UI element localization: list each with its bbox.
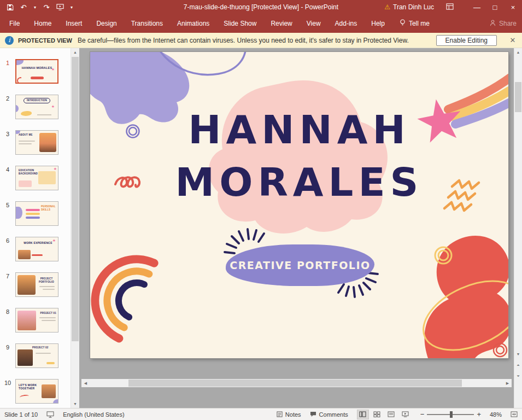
slide-thumbnail-9[interactable]: 9 PROJECT 02 <box>0 343 71 368</box>
scrollbar-thumb[interactable] <box>72 57 79 341</box>
info-icon: i <box>5 36 14 45</box>
protected-view-bar: i PROTECTED VIEW Be careful—files from t… <box>0 33 522 48</box>
titlebar-right: ⚠ Tran Dinh Luc — □ × <box>384 0 522 14</box>
slide-number: 9 <box>0 343 15 368</box>
tab-view[interactable]: View <box>300 14 328 33</box>
slide-thumbnail-6[interactable]: 6 WORK EXPERIENCE★ <box>0 237 71 261</box>
next-slide-icon[interactable]: ⏷ <box>514 372 522 380</box>
notes-label: Notes <box>285 411 301 418</box>
slide-thumbnail-10[interactable]: 10 LET'S WORK TOGETHER <box>0 379 71 404</box>
language-indicator[interactable]: English (United States) <box>63 411 125 418</box>
slide-thumbnail-2[interactable]: 2 INTRODUCTION★ <box>0 95 71 119</box>
enable-editing-button[interactable]: Enable Editing <box>436 35 497 46</box>
share-label: Share <box>499 20 517 27</box>
slide-thumbnail-5[interactable]: 5 PERSONAL SKILLS <box>0 201 71 226</box>
slide-thumbnail-panel: 1 HANNAH MORALES★ 2 INTRODUCTION★ 3 ABOU… <box>0 48 79 408</box>
scrollbar-thumb[interactable] <box>128 380 462 387</box>
slide-thumbnail-3[interactable]: 3 ABOUT ME <box>0 130 71 155</box>
slide-number: 8 <box>0 308 15 332</box>
reading-view-button[interactable] <box>385 410 397 419</box>
accessibility-icon[interactable] <box>46 411 54 418</box>
start-slideshow-icon[interactable] <box>56 3 64 11</box>
slide-sorter-view-button[interactable] <box>371 410 383 419</box>
thumbnail-title: PROJECT 02 <box>32 346 49 349</box>
scroll-down-icon[interactable]: ▼ <box>514 350 522 358</box>
zoom-level[interactable]: 48% <box>490 411 502 418</box>
scroll-right-icon[interactable]: ▶ <box>503 379 512 387</box>
slide-number: 4 <box>0 166 15 190</box>
person-icon <box>490 20 496 28</box>
tab-insert[interactable]: Insert <box>58 14 89 33</box>
maximize-button[interactable]: □ <box>486 0 504 14</box>
horizontal-scrollbar[interactable]: ◀ ▶ <box>81 379 512 387</box>
status-left: Slide 1 of 10 English (United States) <box>0 411 125 418</box>
minimize-button[interactable]: — <box>468 0 486 14</box>
zoom-controls: − + <box>420 410 481 418</box>
thumbnail-title: PROJECT PORTFOLIO <box>36 277 57 283</box>
slide-editing-area: HANNAH MORALES CREATIVE PORTFOLIO ◀ ▶ <box>79 48 514 408</box>
dismiss-bar-icon[interactable]: ✕ <box>507 33 519 48</box>
comments-button[interactable]: Comments <box>310 411 348 418</box>
tab-design[interactable]: Design <box>89 14 124 33</box>
zoom-slider-handle[interactable] <box>450 411 453 418</box>
ribbon-display-options-icon[interactable] <box>446 3 454 11</box>
save-icon[interactable] <box>5 3 14 11</box>
ribbon-tab-bar: File Home Insert Design Transitions Anim… <box>0 14 522 33</box>
notes-button[interactable]: Notes <box>277 411 301 418</box>
slide-thumbnail-1[interactable]: 1 HANNAH MORALES★ <box>0 59 71 84</box>
tab-animations[interactable]: Animations <box>170 14 216 33</box>
slide-title-line1: HANNAH <box>90 110 508 149</box>
share-button[interactable]: Share <box>490 20 517 28</box>
redo-icon[interactable]: ↷ <box>42 3 51 11</box>
undo-icon[interactable]: ↶ <box>19 3 28 11</box>
account-name[interactable]: Tran Dinh Luc <box>393 3 434 11</box>
vertical-scrollbar[interactable]: ▲ ▼ ⏶ ⏷ <box>514 48 522 408</box>
scroll-left-icon[interactable]: ◀ <box>81 379 90 387</box>
thumbnail-title: LET'S WORK TOGETHER <box>19 383 40 390</box>
normal-view-button[interactable] <box>357 410 369 419</box>
protected-view-label: PROTECTED VIEW <box>18 37 72 44</box>
slide-decorations <box>90 52 508 358</box>
slide-number: 1 <box>0 59 15 84</box>
slide-number: 5 <box>0 201 15 226</box>
slide-title-line2: MORALES <box>90 162 508 202</box>
warning-icon: ⚠ <box>384 3 390 11</box>
thumbnail-title: WORK EXPERIENCE <box>24 241 52 244</box>
slide-thumbnail-4[interactable]: 4 EDUCATION BACKGROUND★ <box>0 166 71 190</box>
title-bar: ↶ ▾ ↷ ▾ 7-mau-slide-de-thuong [Protected… <box>0 0 522 14</box>
previous-slide-icon[interactable]: ⏶ <box>514 361 522 369</box>
thumbnail-scrollbar[interactable]: ▲ ▼ <box>71 48 79 408</box>
tab-transitions[interactable]: Transitions <box>124 14 170 33</box>
tell-me-box[interactable]: Tell me <box>400 19 430 28</box>
tab-home[interactable]: Home <box>27 14 58 33</box>
tab-file[interactable]: File <box>2 14 27 33</box>
slide-thumbnail-8[interactable]: 8 PROJECT 01 <box>0 308 71 332</box>
slide-indicator: Slide 1 of 10 <box>4 411 38 418</box>
slideshow-view-button[interactable] <box>400 410 412 419</box>
slide-number: 3 <box>0 130 15 155</box>
tell-me-label: Tell me <box>409 20 430 27</box>
scroll-down-icon[interactable]: ▼ <box>71 400 79 408</box>
scrollbar-thumb[interactable] <box>515 82 521 112</box>
protected-view-message: Be careful—files from the Internet can c… <box>78 37 409 44</box>
status-right: Notes Comments − <box>277 410 522 419</box>
tab-addins[interactable]: Add-ins <box>328 14 365 33</box>
undo-dropdown-icon[interactable]: ▾ <box>33 3 37 11</box>
zoom-out-icon[interactable]: − <box>420 410 425 418</box>
slide-canvas[interactable]: HANNAH MORALES CREATIVE PORTFOLIO <box>90 52 508 358</box>
tab-review[interactable]: Review <box>263 14 299 33</box>
zoom-slider[interactable] <box>427 414 474 415</box>
zoom-in-icon[interactable]: + <box>477 410 481 418</box>
scroll-up-icon[interactable]: ▲ <box>71 48 79 56</box>
customize-toolbar-icon[interactable]: ▾ <box>69 3 74 11</box>
scroll-up-icon[interactable]: ▲ <box>514 48 522 56</box>
tab-help[interactable]: Help <box>364 14 392 33</box>
comments-label: Comments <box>319 411 348 418</box>
slide-number: 6 <box>0 237 15 261</box>
slide-thumbnail-7[interactable]: 7 PROJECT PORTFOLIO <box>0 272 71 297</box>
thumbnail-list: 1 HANNAH MORALES★ 2 INTRODUCTION★ 3 ABOU… <box>0 48 71 408</box>
close-button[interactable]: × <box>504 0 522 14</box>
lightbulb-icon <box>400 19 406 28</box>
fit-to-window-icon[interactable] <box>511 411 518 417</box>
tab-slideshow[interactable]: Slide Show <box>216 14 263 33</box>
